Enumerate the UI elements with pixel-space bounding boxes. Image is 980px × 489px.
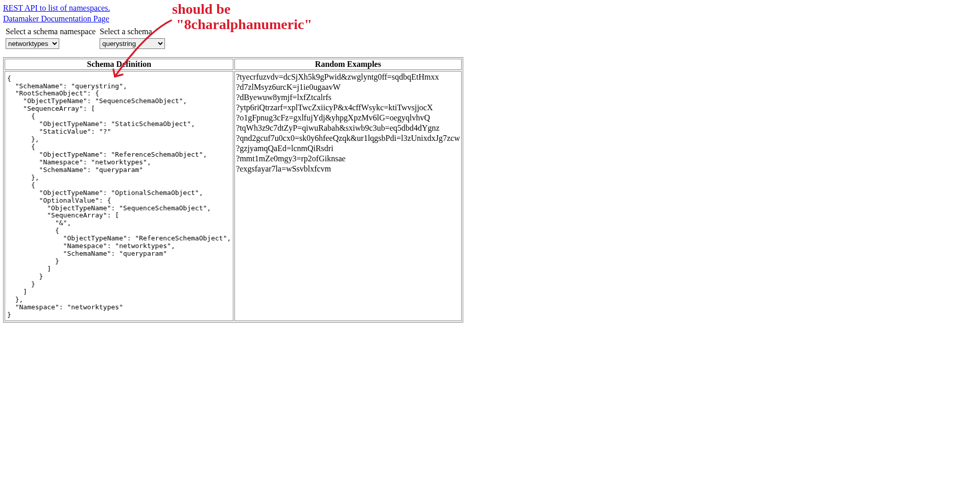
random-examples-header: Random Examples [234,59,461,70]
docs-link[interactable]: Datamaker Documentation Page [3,14,977,25]
schema-definition-content: { "SchemaName": "querystring", "RootSche… [6,72,232,320]
namespace-select[interactable]: networktypes [6,38,59,49]
schema-select[interactable]: querystring [100,38,165,49]
top-links: REST API to list of namespaces. Datamake… [3,3,977,25]
namespace-label: Select a schema namespace [4,27,97,37]
schema-definition-header: Schema Definition [5,59,233,70]
selector-table: Select a schema namespace Select a schem… [3,26,168,51]
data-table: Schema Definition Random Examples { "Sch… [3,57,463,323]
schema-label: Select a schema [98,27,166,37]
random-examples-cell: ?tyecrfuzvdv=dcSjXh5k9gPwid&zwglyntg0ff=… [234,71,461,321]
rest-api-link[interactable]: REST API to list of namespaces. [3,3,977,14]
schema-definition-cell: { "SchemaName": "querystring", "RootSche… [5,71,233,321]
